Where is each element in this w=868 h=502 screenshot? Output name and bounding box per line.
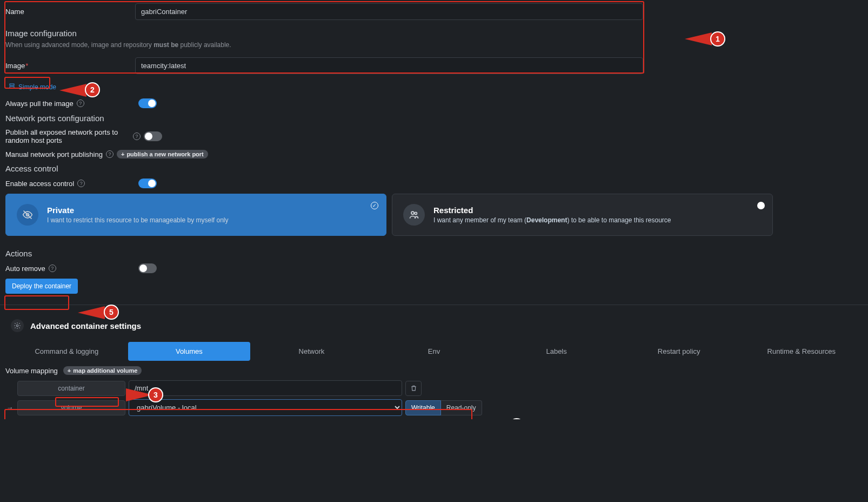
image-input[interactable] [135, 57, 643, 74]
svg-point-5 [415, 212, 417, 214]
auto-remove-toggle[interactable] [138, 263, 157, 273]
auto-remove-label: Auto remove [5, 265, 45, 273]
actions-title: Actions [5, 249, 863, 258]
name-input[interactable] [135, 3, 643, 20]
access-control-title: Access control [5, 164, 863, 173]
tab-network[interactable]: Network [250, 342, 373, 361]
plus-icon: + [121, 151, 124, 157]
name-label: Name [5, 8, 135, 16]
gear-icon [11, 319, 24, 332]
simple-mode-link[interactable]: Simple mode [5, 81, 59, 93]
delete-mapping-button[interactable] [405, 381, 422, 396]
plus-icon: + [68, 367, 71, 374]
volume-mapping-label: Volume mapping [5, 367, 58, 375]
help-icon[interactable]: ? [106, 150, 113, 158]
publish-all-label: Publish all exposed network ports to ran… [5, 128, 130, 144]
eye-off-icon [17, 204, 38, 226]
svg-point-6 [16, 325, 18, 327]
volume-segment: volume [17, 400, 125, 415]
help-icon[interactable]: ? [49, 265, 56, 272]
radio-indicator [757, 202, 765, 209]
image-label: Image [5, 62, 135, 70]
network-title: Network ports configuration [5, 114, 863, 123]
help-icon[interactable]: ? [77, 180, 85, 187]
access-card-restricted[interactable]: Restricted I want any member of my team … [392, 194, 773, 236]
help-icon[interactable]: ? [133, 133, 141, 140]
layers-icon [9, 83, 15, 91]
manual-publish-label: Manual network port publishing [5, 150, 103, 158]
publish-port-button[interactable]: + publish a new network port [117, 150, 208, 158]
callout-4: 4 [509, 418, 524, 419]
image-config-desc: When using advanced mode, image and repo… [5, 41, 863, 49]
restricted-title: Restricted [433, 206, 671, 215]
users-icon [403, 204, 425, 226]
tab-command-logging[interactable]: Command & logging [5, 342, 128, 361]
enable-access-toggle[interactable] [138, 179, 157, 188]
private-desc: I want to restrict this resource to be m… [47, 216, 229, 224]
tab-env[interactable]: Env [373, 342, 496, 361]
publish-all-toggle[interactable] [144, 131, 162, 141]
writable-button[interactable]: Writable [405, 400, 441, 415]
tab-volumes[interactable]: Volumes [128, 342, 251, 361]
advanced-settings-title: Advanced container settings [30, 321, 141, 331]
trash-icon [410, 385, 417, 392]
container-segment: container [17, 381, 125, 396]
access-card-private[interactable]: Private I want to restrict this resource… [5, 194, 386, 236]
private-title: Private [47, 206, 229, 215]
enable-access-label: Enable access control [5, 180, 74, 188]
tab-labels[interactable]: Labels [495, 342, 618, 361]
help-icon[interactable]: ? [77, 100, 84, 107]
tab-runtime-resources[interactable]: Runtime & Resources [740, 342, 863, 361]
svg-rect-0 [10, 84, 14, 85]
container-path-input[interactable] [129, 380, 402, 396]
image-config-title: Image configuration [5, 29, 863, 38]
volume-select[interactable]: gabriVolume - local [129, 399, 402, 416]
arrow-right-icon: → [5, 404, 14, 412]
deploy-button[interactable]: Deploy the container [5, 279, 78, 294]
map-volume-button[interactable]: + map additional volume [63, 366, 142, 375]
svg-point-4 [411, 212, 414, 214]
checkmark-icon [371, 202, 378, 209]
svg-rect-1 [10, 87, 14, 88]
always-pull-label: Always pull the image [5, 100, 74, 108]
tab-restart-policy[interactable]: Restart policy [618, 342, 740, 361]
readonly-button[interactable]: Read-only [441, 400, 482, 415]
always-pull-toggle[interactable] [138, 98, 157, 108]
restricted-desc: I want any member of my team (Developmen… [433, 216, 671, 224]
